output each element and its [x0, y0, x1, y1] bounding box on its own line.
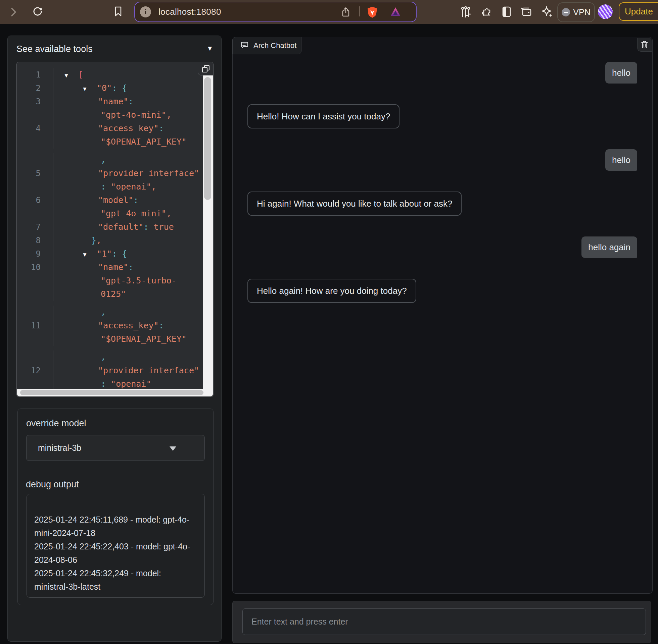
code-token: "model" [98, 195, 133, 205]
line-number: 1 [17, 68, 53, 82]
collapse-triangle-icon[interactable]: ▼ [82, 248, 91, 262]
chat-input[interactable] [242, 608, 646, 635]
code-token: , [167, 110, 172, 120]
json-code-row: , [17, 153, 213, 167]
wallet-icon[interactable] [521, 6, 532, 18]
vertical-scrollbar-thumb[interactable] [204, 77, 211, 200]
code-token: : [112, 83, 122, 93]
code-line-content: }, [53, 234, 213, 247]
share-icon[interactable] [341, 7, 351, 18]
update-button[interactable]: Update [619, 2, 658, 21]
code-token: "provider_interface" [98, 168, 199, 178]
line-number [17, 274, 53, 288]
tab-arch-chatbot[interactable]: Arch Chatbot [232, 37, 302, 54]
tools-panel-title[interactable]: See available tools [17, 44, 93, 54]
code-line-content: "$OPENAI_API_KEY" [53, 135, 213, 148]
update-label: Update [625, 6, 653, 17]
override-model-label: override model [26, 418, 86, 429]
json-code-row: 2▼"0": { [17, 82, 213, 95]
json-code-row: 8}, [17, 234, 213, 247]
code-token: true [154, 222, 174, 232]
line-number: 10 [17, 261, 53, 274]
leo-ai-sparkle-icon[interactable] [541, 6, 553, 18]
bot-message-row: Hello! How can I assist you today? [247, 104, 637, 129]
json-code-row: 3"name": [17, 95, 213, 108]
collapse-triangle-icon[interactable]: ▼ [63, 69, 72, 83]
code-line-content: "gpt-3.5-turbo- [53, 274, 213, 288]
code-token: : [101, 182, 111, 191]
line-number [17, 180, 53, 193]
code-token: : [159, 123, 164, 133]
code-line-content: "gpt-4o-mini", [53, 207, 213, 221]
json-code-row: 5"provider_interface" [17, 167, 213, 180]
user-message-row: hello [247, 149, 637, 171]
line-number: 6 [17, 193, 53, 207]
json-code-row: 9▼"1": { [17, 247, 213, 261]
site-info-icon[interactable]: i [140, 6, 151, 18]
trash-icon [640, 40, 649, 49]
code-token: : [112, 249, 122, 259]
code-line-content: , [53, 153, 213, 167]
collapse-triangle-icon[interactable]: ▼ [82, 83, 91, 96]
user-message-bubble: hello again [582, 236, 637, 258]
code-token: "access_key" [98, 123, 159, 133]
model-select[interactable]: ministral-3b [26, 435, 205, 461]
code-line-content: "model": [53, 193, 213, 207]
copy-json-button[interactable] [198, 62, 213, 75]
address-bar[interactable]: i localhost:18080 [134, 2, 417, 22]
reload-icon[interactable] [32, 6, 43, 17]
code-token: "gpt-3.5-turbo- [101, 276, 177, 285]
json-code-row: 4"access_key": [17, 122, 213, 135]
vertical-scrollbar[interactable] [203, 75, 213, 390]
code-line-content: "access_key": [53, 122, 213, 135]
code-line-content: "$OPENAI_API_KEY" [53, 332, 213, 346]
bot-message-bubble: Hello again! How are you doing today? [247, 279, 416, 303]
line-number [17, 332, 53, 346]
line-number [17, 153, 53, 167]
profile-avatar[interactable] [598, 4, 613, 19]
code-token: "$OPENAI_API_KEY" [101, 137, 187, 146]
code-line-content: ▼"0": { [53, 82, 213, 95]
user-message-row: hello again [247, 236, 637, 258]
extensions-puzzle-icon[interactable] [481, 6, 492, 18]
vpn-label: VPN [573, 7, 590, 17]
bot-message-row: Hi again! What would you like to talk ab… [247, 191, 637, 216]
code-token: "access_key" [98, 321, 159, 330]
json-code-rows: 1▼[2▼"0": {3"name":"gpt-4o-mini",4"acces… [17, 62, 213, 391]
collapse-panel-icon[interactable]: ▼ [206, 45, 213, 52]
bookmark-icon[interactable] [114, 6, 122, 17]
code-token: "openai" [111, 182, 151, 191]
horizontal-scrollbar-thumb[interactable] [20, 390, 203, 395]
code-token: , [101, 352, 106, 362]
model-select-value: ministral-3b [38, 443, 81, 453]
debug-log-entry: 2025-01-24 22:45:11,689 - model: gpt-4o-… [34, 513, 196, 540]
line-number [17, 350, 53, 364]
line-number: 5 [17, 167, 53, 180]
code-token: : [128, 97, 133, 106]
line-number [17, 305, 53, 319]
line-number [17, 108, 53, 122]
vpn-button[interactable]: VPN [557, 2, 595, 22]
json-code-row: 1▼[ [17, 68, 213, 82]
keys-icon[interactable] [460, 6, 471, 18]
code-line-content: "provider_interface" [53, 167, 213, 180]
forward-icon[interactable] [11, 7, 17, 17]
message-list: helloHello! How can I assist you today?h… [233, 54, 652, 593]
json-code-row: "gpt-4o-mini", [17, 207, 213, 221]
brave-shields-icon[interactable] [367, 6, 378, 19]
browser-toolbar: i localhost:18080 [0, 0, 658, 24]
code-line-content: 0125" [53, 288, 213, 301]
json-code-row: 11"access_key": [17, 319, 213, 332]
code-token: "default" [98, 222, 144, 232]
debug-log-entry: 2025-01-24 22:45:22,403 - model: gpt-4o-… [34, 540, 196, 567]
horizontal-scrollbar[interactable] [17, 389, 213, 396]
bot-message-row: Hello again! How are you doing today? [247, 279, 637, 303]
line-number [17, 288, 53, 301]
clear-chat-button[interactable] [637, 38, 652, 52]
bat-rewards-icon[interactable] [390, 7, 401, 17]
sidebar-icon[interactable] [502, 6, 512, 18]
urlbar-divider [359, 6, 360, 17]
user-message-bubble: hello [605, 149, 637, 171]
url-text[interactable]: localhost:18080 [158, 7, 221, 17]
json-code-row: 7"default": true [17, 221, 213, 234]
